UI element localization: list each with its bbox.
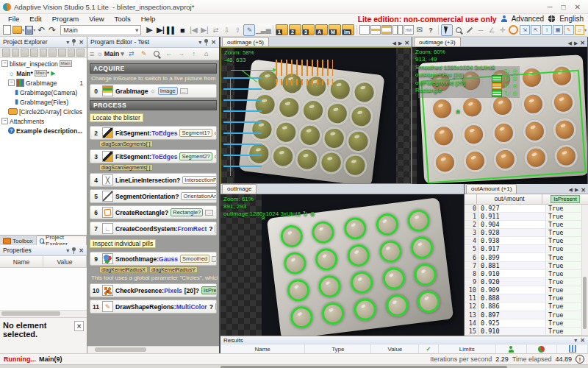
results-col-histogram[interactable]: [557, 344, 588, 353]
close-panel-icon[interactable]: ✕: [580, 337, 585, 344]
workspace-button-im[interactable]: im: [342, 24, 354, 35]
remove-overlay-icon[interactable]: ⊗: [512, 83, 517, 89]
pin-icon[interactable]: [72, 39, 76, 46]
tree-item-blister-inspection[interactable]: −blister_inspectionMain: [0, 59, 87, 68]
close-view-icon[interactable]: ✕: [580, 40, 585, 46]
palette-button[interactable]: ▦: [553, 25, 563, 35]
table-row[interactable]: 110.888True: [465, 294, 581, 302]
editor-edit-button[interactable]: ✎: [139, 49, 149, 59]
tab-outimage[interactable]: outImage: [222, 184, 257, 194]
more-button[interactable]: ...: [212, 256, 217, 262]
step-fitsegment-toedges[interactable]: 2FitSegment:ToEdgesSegment1?ou: [90, 126, 217, 140]
port-badge[interactable]: Smoothed: [180, 255, 209, 263]
close-panel-icon[interactable]: ✕: [79, 247, 84, 254]
step-checkpresence-pixels[interactable]: 10CheckPresence:Pixels[20]?IsPresen: [90, 283, 217, 297]
workspace-button-3[interactable]: 3: [302, 24, 315, 35]
tree-item-grabimage[interactable]: −GrabImage1: [0, 78, 87, 88]
editor-forward-button[interactable]: →: [176, 49, 187, 59]
results-col-value[interactable]: Value: [371, 344, 419, 353]
menu-program[interactable]: Program: [47, 15, 84, 23]
results-col-pass[interactable]: ✓: [419, 344, 438, 353]
more-button[interactable]: ...: [180, 88, 188, 94]
expander-icon[interactable]: −: [8, 79, 15, 86]
step-into-icon[interactable]: ⇄: [210, 25, 220, 35]
workspace-button-1[interactable]: 1: [276, 24, 288, 35]
table-row[interactable]: 120.886True: [465, 302, 581, 311]
editor-menu-icon[interactable]: ≡: [90, 49, 94, 58]
tab-scroll-left-icon[interactable]: ◀: [569, 187, 573, 193]
table-row[interactable]: 140.925True: [465, 319, 581, 328]
close-panel-icon[interactable]: ✕: [211, 39, 216, 46]
target-tool-button[interactable]: [509, 25, 519, 35]
tree-item-main[interactable]: ☼Main*Main*▶: [0, 68, 87, 78]
blend-icon[interactable]: ↻: [504, 91, 510, 96]
actual-size-button[interactable]: ⇱: [531, 25, 541, 35]
col-header-outamount[interactable]: outAmount: [477, 194, 542, 204]
pe-tool-icon[interactable]: [58, 49, 66, 57]
panel-menu-icon[interactable]: ▾: [66, 39, 69, 46]
image-canvas-2[interactable]: ↻⊗↻⊗↻⊗↻⊗ « Zoom: 60%913, -49Smoothed 128…: [412, 47, 587, 184]
statistics-icon[interactable]: ▁▃▅: [256, 25, 270, 35]
table-row[interactable]: 150.910True: [465, 328, 581, 336]
program-selector[interactable]: Main▾: [60, 25, 141, 35]
bottom-tab-toolbox[interactable]: Toolbox: [0, 236, 37, 245]
layout-grid-button[interactable]: [370, 25, 381, 35]
table-row[interactable]: 100.909True: [465, 286, 581, 294]
tab-scroll-left-icon[interactable]: ◀: [568, 40, 572, 46]
step-createrectangle[interactable]: 6CreateRectangle?Rectangle?...: [90, 205, 217, 219]
menu-view[interactable]: View: [84, 15, 109, 23]
blend-icon[interactable]: ↻: [504, 68, 510, 74]
close-panel-icon[interactable]: ✕: [79, 39, 84, 46]
language-label[interactable]: English: [559, 15, 584, 23]
panel-menu-icon[interactable]: ▾: [198, 39, 201, 46]
help-button[interactable]: ?: [426, 25, 436, 35]
pin-icon[interactable]: [204, 39, 208, 46]
step-drawshaperegions-multicolor[interactable]: 11✎DrawShapeRegions:MultiColor?ou: [90, 300, 217, 314]
workspace-button-2[interactable]: 2: [289, 24, 301, 35]
blend-icon[interactable]: ↻: [303, 210, 308, 217]
panel-menu-icon[interactable]: ▾: [66, 247, 69, 254]
zoom-tool-button[interactable]: [453, 25, 464, 35]
info-icon[interactable]: !: [576, 355, 584, 364]
minimize-button[interactable]: ─: [547, 3, 552, 11]
results-col-operator[interactable]: [496, 344, 527, 353]
step-fitsegment-toedges[interactable]: 3FitSegment:ToEdgesSegment2?ou: [90, 149, 217, 163]
select-tool-button[interactable]: [441, 24, 453, 36]
table-row[interactable]: 00.927True: [465, 205, 581, 213]
step-back-button[interactable]: |◀: [188, 25, 198, 35]
pe-tool-icon[interactable]: [30, 49, 38, 57]
step-over-button[interactable]: ▶|: [199, 25, 209, 35]
undo-button[interactable]: ↶: [36, 25, 46, 35]
layout-single-button[interactable]: [359, 25, 370, 35]
open-button[interactable]: ▾: [12, 25, 24, 35]
blend-icon[interactable]: ↻: [504, 83, 510, 89]
hmi-designer-button[interactable]: HMI: [404, 25, 414, 35]
table-row[interactable]: 60.899True: [465, 253, 581, 261]
port-badge[interactable]: Segment1?: [179, 129, 212, 137]
menu-tools[interactable]: Tools: [110, 15, 136, 23]
editor-search-button[interactable]: [151, 49, 162, 59]
tab-scroll-right-icon[interactable]: ▶: [398, 40, 402, 46]
download-results-icon[interactable]: ⇩: [221, 25, 232, 35]
remove-overlay-icon[interactable]: ⊗: [512, 68, 517, 74]
table-row[interactable]: 80.910True: [465, 270, 581, 278]
expander-icon[interactable]: −: [1, 60, 8, 67]
pause-button[interactable]: ▌▌: [166, 25, 176, 35]
remove-overlay-icon[interactable]: ⊗: [310, 210, 315, 217]
col-header-ispresent[interactable]: IsPresent: [542, 194, 588, 204]
settings-wrench-button[interactable]: ✎: [243, 24, 255, 36]
table-row[interactable]: 50.917True: [465, 245, 581, 253]
tab-outimage-3[interactable]: outimage (+3): [414, 37, 461, 46]
panel-menu-icon[interactable]: ▾: [574, 337, 577, 344]
editor-swap-button[interactable]: ⇄: [126, 49, 137, 59]
new-file-button[interactable]: [1, 25, 12, 35]
pe-tool-icon[interactable]: [76, 49, 85, 57]
port-badge[interactable]: ou: [215, 302, 217, 311]
image-canvas-1[interactable]: Zoom: 58%-48, 633: [220, 47, 412, 184]
editor-hscrollbar[interactable]: [87, 346, 219, 353]
tree-item-grabimage-camera[interactable]: ▮GrabImage(Camera): [0, 88, 87, 97]
table-row[interactable]: 70.881True: [465, 262, 581, 270]
tree-item-example-description[interactable]: ?Example description...: [0, 126, 87, 135]
table-row[interactable]: 10.911True: [465, 213, 581, 221]
table-row[interactable]: 40.938True: [465, 237, 581, 245]
